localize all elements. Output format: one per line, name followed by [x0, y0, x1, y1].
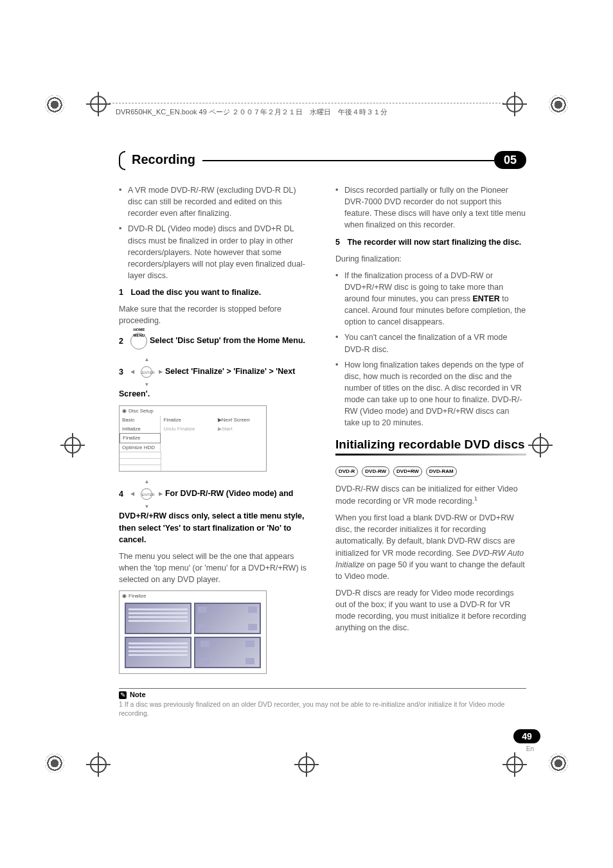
registration-mark	[532, 437, 549, 454]
disc-badge: DVD+RW	[393, 466, 422, 477]
section-heading: Initializing recordable DVD discs	[335, 438, 526, 452]
registration-mark	[64, 437, 81, 454]
body-text: The menu you select will be the one that…	[119, 551, 310, 585]
chapter-header: Recording 05	[119, 151, 526, 170]
body-text: DVD-R/-RW discs can be initialized for e…	[335, 483, 526, 507]
step-number: 3	[119, 368, 123, 376]
disc-badge: DVD-R	[335, 466, 358, 477]
bullet-item: Discs recorded partially or fully on the…	[335, 184, 526, 231]
disc-icon: ◉	[122, 407, 127, 415]
step-heading: Select 'Disc Setup' from the Home Menu.	[150, 337, 305, 346]
disc-badge: DVD-RAM	[426, 466, 457, 477]
disc-setup-screenshot: ◉Disc Setup BasicFinalize▶Next Screen In…	[119, 405, 267, 472]
disc-badge: DVD-RW	[362, 466, 389, 477]
page-number: 49	[513, 729, 540, 743]
body-text: During finalization:	[335, 253, 526, 265]
footnote-ref: 1	[474, 495, 477, 502]
body-text: Make sure that the recorder is stopped b…	[119, 303, 310, 326]
print-mark-bottom-right	[549, 754, 568, 773]
registration-mark	[298, 756, 315, 773]
dpad-enter-icon: ENTER ▲▼◀▶	[130, 356, 163, 388]
left-column: A VR mode DVD-R/-RW (excluding DVD-R DL)…	[119, 184, 310, 678]
step-number: 5	[335, 238, 340, 247]
registration-mark	[506, 756, 523, 773]
body-text: DVD-R discs are ready for Video mode rec…	[335, 587, 526, 634]
bullet-item: A VR mode DVD-R/-RW (excluding DVD-R DL)…	[119, 184, 310, 219]
right-column: Discs recorded partially or fully on the…	[335, 184, 526, 678]
header-filename: DVR650HK_KC_EN.book 49 ページ ２００７年２月２１日 水曜…	[116, 107, 387, 117]
bullet-list: A VR mode DVD-R/-RW (excluding DVD-R DL)…	[119, 184, 310, 281]
bullet-item: If the finalization process of a DVD-RW …	[335, 270, 526, 328]
print-mark-top-left	[45, 95, 64, 114]
disc-icon: ◉	[122, 592, 127, 600]
registration-mark	[506, 96, 523, 112]
bullet-item: DVD-R DL (Video mode) discs and DVD+R DL…	[119, 223, 310, 281]
step-heading: The recorder will now start finalizing t…	[347, 238, 521, 247]
dpad-enter-icon: ENTER ▲▼◀▶	[130, 478, 163, 510]
print-mark-top-right	[549, 95, 568, 114]
bullet-list: Discs recorded partially or fully on the…	[335, 184, 526, 231]
section-underline	[335, 454, 526, 457]
note-rule	[119, 688, 526, 689]
note-icon: ✎	[119, 691, 127, 699]
disc-type-badges: DVD-R DVD-RW DVD+RW DVD-RAM	[335, 466, 526, 477]
registration-mark	[90, 756, 107, 773]
step-number: 2	[119, 337, 123, 346]
registration-mark	[90, 96, 107, 112]
note-label: Note	[130, 691, 145, 698]
footnote-section: ✎ Note 1 If a disc was previously finali…	[119, 688, 526, 718]
step-number: 1	[119, 288, 123, 297]
body-text: When you first load a blank DVD-RW or DV…	[335, 512, 526, 582]
home-menu-button-icon: HOME MENU	[130, 333, 147, 350]
step-number: 4	[119, 490, 123, 499]
chapter-title: Recording	[132, 152, 195, 167]
bullet-item: You can't cancel the finalization of a V…	[335, 332, 526, 355]
page-language: En	[526, 745, 534, 752]
step-heading: Load the disc you want to finalize.	[130, 288, 261, 297]
finalize-menu-screenshot: ◉Finalize	[119, 590, 267, 674]
bullet-list: If the finalization process of a DVD-RW …	[335, 270, 526, 429]
print-mark-bottom-left	[45, 754, 64, 773]
bullet-item: How long finalization takes depends on t…	[335, 359, 526, 429]
chapter-number: 05	[494, 151, 526, 169]
note-text: 1 If a disc was previously finalized on …	[119, 700, 526, 718]
header-divider	[109, 103, 504, 103]
